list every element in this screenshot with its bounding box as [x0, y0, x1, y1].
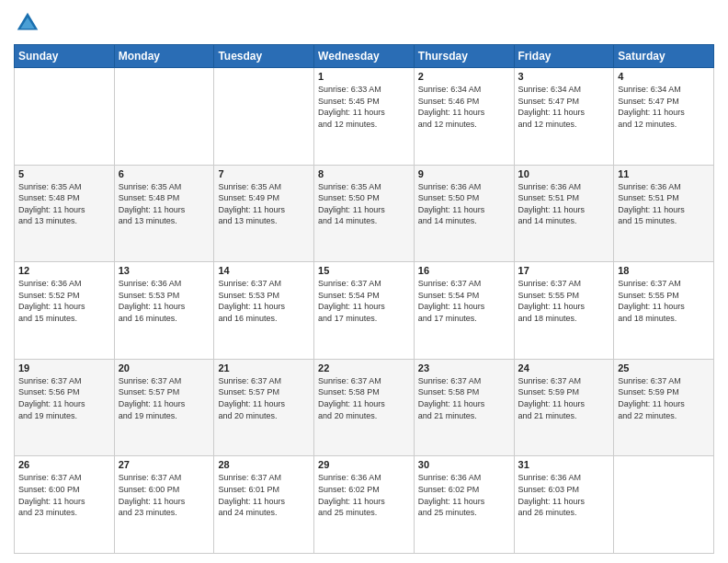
- calendar-cell: 21Sunrise: 6:37 AM Sunset: 5:57 PM Dayli…: [214, 359, 314, 456]
- calendar-cell: 30Sunrise: 6:36 AM Sunset: 6:02 PM Dayli…: [414, 456, 514, 554]
- day-number: 13: [119, 265, 210, 276]
- day-number: 10: [518, 168, 610, 179]
- day-number: 27: [119, 459, 210, 470]
- weekday-header-saturday: Saturday: [614, 45, 714, 68]
- day-info: Sunrise: 6:34 AM Sunset: 5:46 PM Dayligh…: [418, 84, 510, 130]
- day-info: Sunrise: 6:36 AM Sunset: 6:03 PM Dayligh…: [518, 472, 610, 518]
- day-info: Sunrise: 6:37 AM Sunset: 5:54 PM Dayligh…: [318, 278, 410, 324]
- day-info: Sunrise: 6:37 AM Sunset: 5:56 PM Dayligh…: [18, 375, 110, 421]
- day-info: Sunrise: 6:33 AM Sunset: 5:45 PM Dayligh…: [318, 84, 410, 130]
- day-info: Sunrise: 6:37 AM Sunset: 5:55 PM Dayligh…: [618, 278, 710, 324]
- calendar-cell: 20Sunrise: 6:37 AM Sunset: 5:57 PM Dayli…: [114, 359, 214, 456]
- header: [14, 9, 714, 37]
- day-info: Sunrise: 6:37 AM Sunset: 6:00 PM Dayligh…: [119, 472, 210, 518]
- day-info: Sunrise: 6:34 AM Sunset: 5:47 PM Dayligh…: [518, 84, 610, 130]
- day-info: Sunrise: 6:37 AM Sunset: 5:53 PM Dayligh…: [218, 278, 310, 324]
- calendar-cell: 31Sunrise: 6:36 AM Sunset: 6:03 PM Dayli…: [514, 456, 614, 554]
- day-number: 26: [18, 459, 110, 470]
- week-row-2: 5Sunrise: 6:35 AM Sunset: 5:48 PM Daylig…: [15, 165, 714, 262]
- day-info: Sunrise: 6:37 AM Sunset: 5:55 PM Dayligh…: [518, 278, 610, 324]
- day-info: Sunrise: 6:35 AM Sunset: 5:48 PM Dayligh…: [119, 181, 210, 227]
- weekday-row: SundayMondayTuesdayWednesdayThursdayFrid…: [15, 45, 714, 68]
- day-number: 30: [418, 459, 510, 470]
- weekday-header-friday: Friday: [514, 45, 614, 68]
- calendar-cell: 17Sunrise: 6:37 AM Sunset: 5:55 PM Dayli…: [514, 262, 614, 360]
- day-number: 28: [218, 459, 310, 470]
- calendar: SundayMondayTuesdayWednesdayThursdayFrid…: [14, 44, 714, 554]
- day-number: 5: [18, 168, 110, 179]
- calendar-cell: [614, 456, 714, 554]
- day-number: 20: [119, 362, 210, 373]
- day-number: 15: [318, 265, 410, 276]
- day-info: Sunrise: 6:37 AM Sunset: 5:57 PM Dayligh…: [218, 375, 310, 421]
- calendar-cell: 25Sunrise: 6:37 AM Sunset: 5:59 PM Dayli…: [614, 359, 714, 456]
- day-info: Sunrise: 6:37 AM Sunset: 6:01 PM Dayligh…: [218, 472, 310, 518]
- weekday-header-tuesday: Tuesday: [214, 45, 314, 68]
- day-number: 14: [218, 265, 310, 276]
- day-number: 18: [618, 265, 710, 276]
- calendar-cell: 15Sunrise: 6:37 AM Sunset: 5:54 PM Dayli…: [314, 262, 415, 360]
- day-info: Sunrise: 6:36 AM Sunset: 6:02 PM Dayligh…: [318, 472, 410, 518]
- day-number: 25: [618, 362, 710, 373]
- day-info: Sunrise: 6:36 AM Sunset: 5:52 PM Dayligh…: [18, 278, 110, 324]
- calendar-cell: 2Sunrise: 6:34 AM Sunset: 5:46 PM Daylig…: [414, 68, 514, 166]
- calendar-cell: 1Sunrise: 6:33 AM Sunset: 5:45 PM Daylig…: [314, 68, 415, 166]
- calendar-cell: 14Sunrise: 6:37 AM Sunset: 5:53 PM Dayli…: [214, 262, 314, 360]
- calendar-cell: 3Sunrise: 6:34 AM Sunset: 5:47 PM Daylig…: [514, 68, 614, 166]
- day-info: Sunrise: 6:36 AM Sunset: 6:02 PM Dayligh…: [418, 472, 510, 518]
- day-number: 21: [218, 362, 310, 373]
- day-number: 24: [518, 362, 610, 373]
- day-number: 23: [418, 362, 510, 373]
- calendar-cell: 26Sunrise: 6:37 AM Sunset: 6:00 PM Dayli…: [15, 456, 115, 554]
- day-number: 4: [618, 71, 710, 82]
- day-info: Sunrise: 6:37 AM Sunset: 5:59 PM Dayligh…: [518, 375, 610, 421]
- day-info: Sunrise: 6:36 AM Sunset: 5:51 PM Dayligh…: [518, 181, 610, 227]
- calendar-cell: 19Sunrise: 6:37 AM Sunset: 5:56 PM Dayli…: [15, 359, 115, 456]
- day-info: Sunrise: 6:37 AM Sunset: 6:00 PM Dayligh…: [18, 472, 110, 518]
- day-number: 17: [518, 265, 610, 276]
- day-number: 9: [418, 168, 510, 179]
- day-number: 11: [618, 168, 710, 179]
- day-number: 16: [418, 265, 510, 276]
- day-number: 2: [418, 71, 510, 82]
- calendar-cell: 10Sunrise: 6:36 AM Sunset: 5:51 PM Dayli…: [514, 165, 614, 262]
- day-info: Sunrise: 6:35 AM Sunset: 5:48 PM Dayligh…: [18, 181, 110, 227]
- day-info: Sunrise: 6:37 AM Sunset: 5:57 PM Dayligh…: [119, 375, 210, 421]
- day-number: 12: [18, 265, 110, 276]
- calendar-cell: 22Sunrise: 6:37 AM Sunset: 5:58 PM Dayli…: [314, 359, 415, 456]
- day-number: 7: [218, 168, 310, 179]
- calendar-cell: [15, 68, 115, 166]
- day-number: 1: [318, 71, 410, 82]
- calendar-body: 1Sunrise: 6:33 AM Sunset: 5:45 PM Daylig…: [15, 68, 714, 554]
- day-info: Sunrise: 6:36 AM Sunset: 5:51 PM Dayligh…: [618, 181, 710, 227]
- calendar-cell: 9Sunrise: 6:36 AM Sunset: 5:50 PM Daylig…: [414, 165, 514, 262]
- day-info: Sunrise: 6:37 AM Sunset: 5:58 PM Dayligh…: [318, 375, 410, 421]
- logo-icon: [14, 9, 41, 37]
- calendar-cell: 28Sunrise: 6:37 AM Sunset: 6:01 PM Dayli…: [214, 456, 314, 554]
- day-number: 29: [318, 459, 410, 470]
- page: SundayMondayTuesdayWednesdayThursdayFrid…: [0, 0, 728, 563]
- calendar-cell: 16Sunrise: 6:37 AM Sunset: 5:54 PM Dayli…: [414, 262, 514, 360]
- calendar-cell: 13Sunrise: 6:36 AM Sunset: 5:53 PM Dayli…: [114, 262, 214, 360]
- calendar-cell: 6Sunrise: 6:35 AM Sunset: 5:48 PM Daylig…: [114, 165, 214, 262]
- day-number: 6: [119, 168, 210, 179]
- calendar-cell: 29Sunrise: 6:36 AM Sunset: 6:02 PM Dayli…: [314, 456, 415, 554]
- day-info: Sunrise: 6:36 AM Sunset: 5:50 PM Dayligh…: [418, 181, 510, 227]
- weekday-header-thursday: Thursday: [414, 45, 514, 68]
- day-number: 3: [518, 71, 610, 82]
- calendar-cell: 7Sunrise: 6:35 AM Sunset: 5:49 PM Daylig…: [214, 165, 314, 262]
- day-info: Sunrise: 6:34 AM Sunset: 5:47 PM Dayligh…: [618, 84, 710, 130]
- day-info: Sunrise: 6:35 AM Sunset: 5:49 PM Dayligh…: [218, 181, 310, 227]
- calendar-cell: [214, 68, 314, 166]
- week-row-4: 19Sunrise: 6:37 AM Sunset: 5:56 PM Dayli…: [15, 359, 714, 456]
- calendar-cell: 24Sunrise: 6:37 AM Sunset: 5:59 PM Dayli…: [514, 359, 614, 456]
- calendar-cell: 8Sunrise: 6:35 AM Sunset: 5:50 PM Daylig…: [314, 165, 415, 262]
- week-row-5: 26Sunrise: 6:37 AM Sunset: 6:00 PM Dayli…: [15, 456, 714, 554]
- day-number: 8: [318, 168, 410, 179]
- calendar-cell: 12Sunrise: 6:36 AM Sunset: 5:52 PM Dayli…: [15, 262, 115, 360]
- week-row-3: 12Sunrise: 6:36 AM Sunset: 5:52 PM Dayli…: [15, 262, 714, 360]
- calendar-cell: 18Sunrise: 6:37 AM Sunset: 5:55 PM Dayli…: [614, 262, 714, 360]
- day-info: Sunrise: 6:37 AM Sunset: 5:54 PM Dayligh…: [418, 278, 510, 324]
- day-number: 22: [318, 362, 410, 373]
- calendar-header: SundayMondayTuesdayWednesdayThursdayFrid…: [15, 45, 714, 68]
